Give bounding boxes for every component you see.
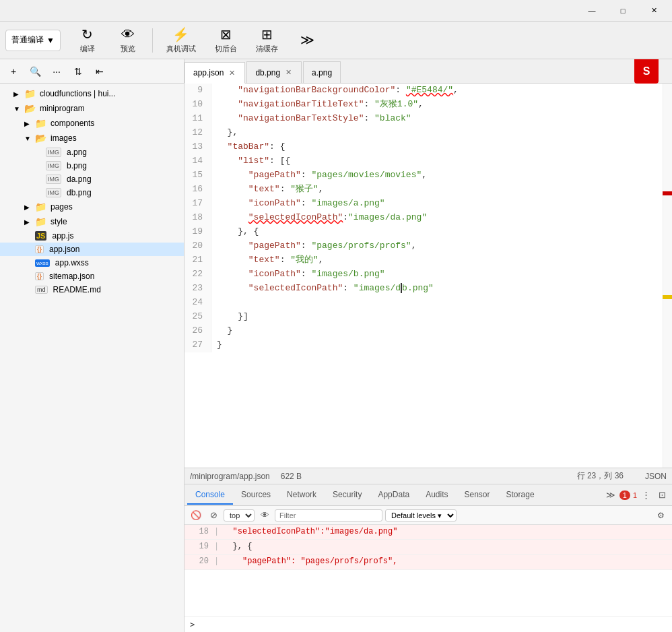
detach-button[interactable]: ⊡ — [654, 488, 669, 503]
compile-select[interactable]: 普通编译 ▼ — [5, 30, 61, 51]
tab-a-png[interactable]: a.png — [303, 61, 341, 83]
folder-icon: 📁 — [35, 216, 46, 227]
tab-app-json[interactable]: app.json ✕ — [184, 62, 245, 84]
add-file-button[interactable]: + — [5, 63, 22, 80]
compile-arrow: ▼ — [46, 36, 55, 45]
language-mode: JSON — [645, 472, 667, 481]
sidebar-item-app-wxss[interactable]: ▶ wxss app.wxss — [0, 256, 184, 270]
clear-console-button[interactable]: 🚫 — [189, 508, 203, 523]
refresh-button[interactable]: ↻ 编译 — [69, 24, 106, 57]
warning-position-marker — [663, 295, 672, 299]
file-tree: ▶ 📁 cloudfunctions | hui... ▼ 📂 miniprog… — [0, 84, 184, 632]
sidebar-item-cloudfunctions[interactable]: ▶ 📁 cloudfunctions | hui... — [0, 86, 184, 101]
eye-icon: 👁 — [121, 27, 135, 42]
search-button[interactable]: 🔍 — [27, 63, 43, 80]
filter-input[interactable] — [275, 509, 382, 522]
levels-select[interactable]: Default levels ▾ — [385, 509, 457, 522]
devtools-tab-appdata[interactable]: AppData — [370, 486, 417, 505]
sidebar-item-b-png[interactable]: ▶ IMG b.png — [0, 159, 184, 172]
devtools-tab-sensor[interactable]: Sensor — [457, 486, 498, 505]
status-bar: /miniprogram/app.json 622 B 行 23，列 36 JS… — [184, 468, 672, 484]
title-bar: — □ ✕ — [0, 0, 672, 22]
code-line: 20 "pagePath": "pages/profs/profs", — [184, 239, 672, 253]
sidebar-item-label: app.wxss — [55, 258, 89, 267]
sidebar-item-label: a.png — [67, 148, 87, 157]
editor-with-scroll: 9 "navigationBarBackgroundColor": "#E548… — [184, 84, 672, 468]
remote-debug-button[interactable]: ⚡ 真机调试 — [158, 24, 204, 57]
clear-label: 清缓存 — [256, 44, 278, 54]
sidebar-item-miniprogram[interactable]: ▼ 📂 miniprogram — [0, 101, 184, 116]
code-editor[interactable]: 9 "navigationBarBackgroundColor": "#E548… — [184, 84, 672, 468]
sidebar-item-label: pages — [51, 202, 73, 212]
code-line: 25 }] — [184, 310, 672, 324]
sidebar-item-components[interactable]: ▶ 📁 components — [0, 116, 184, 131]
devtools-right-buttons: ≫ 1 1 ⋮ ⊡ — [603, 488, 669, 503]
preview-button[interactable]: 👁 预览 — [109, 24, 147, 57]
sidebar-item-app-json[interactable]: ▶ {} app.json — [0, 243, 184, 256]
image-file-icon: IMG — [46, 148, 61, 157]
file-size: 622 B — [281, 472, 302, 481]
sidebar-item-app-js[interactable]: ▶ JS app.js — [0, 229, 184, 243]
scroll-minimap — [663, 84, 672, 468]
block-button[interactable]: ⊘ — [206, 508, 221, 523]
code-line: 10 "navigationBarTitleText": "灰猴1.0", — [184, 98, 672, 112]
devtools-tab-network[interactable]: Network — [279, 486, 325, 505]
folder-icon: 📂 — [24, 103, 36, 114]
cut-button[interactable]: ⊠ 切后台 — [207, 24, 245, 57]
sort-button[interactable]: ⇅ — [70, 63, 86, 80]
minimize-button[interactable]: — — [576, 0, 607, 22]
inspect-button[interactable]: 👁 — [257, 508, 272, 523]
console-prompt: > — [190, 620, 195, 629]
devtools-tab-sources[interactable]: Sources — [233, 486, 279, 505]
json-file-icon: {} — [35, 272, 44, 280]
code-line: 23 "selectedIconPath": "images/db.png" — [184, 282, 672, 296]
context-select[interactable]: top — [224, 509, 255, 522]
clear-cache-button[interactable]: ⊞ 清缓存 — [248, 24, 286, 57]
sidebar-item-pages[interactable]: ▶ 📁 pages — [0, 199, 184, 214]
console-input-area: > — [184, 616, 672, 632]
devtools-tab-storage[interactable]: Storage — [498, 486, 543, 505]
maximize-button[interactable]: □ — [607, 0, 638, 22]
cut-label: 切后台 — [215, 44, 237, 54]
tab-label: app.json — [193, 68, 224, 77]
md-file-icon: md — [35, 286, 48, 294]
cut-icon: ⊠ — [220, 26, 232, 42]
tree-arrow-icon: ▶ — [24, 203, 32, 211]
devtools-tab-console[interactable]: Console — [187, 486, 233, 505]
code-line: 18 "selectedIconPath":"images/da.png" — [184, 211, 672, 225]
error-position-marker — [663, 191, 672, 195]
sidebar-item-images[interactable]: ▼ 📂 images — [0, 131, 184, 146]
more-icon: ≫ — [300, 32, 314, 48]
sidebar-item-label: README.md — [53, 285, 101, 294]
sidebar-item-sitemap-json[interactable]: ▶ {} sitemap.json — [0, 270, 184, 283]
more-options-button[interactable]: ··· — [48, 63, 65, 80]
tree-arrow-icon: ▶ — [24, 218, 32, 226]
devtools-tab-security[interactable]: Security — [325, 486, 370, 505]
sidebar-item-style[interactable]: ▶ 📁 style — [0, 214, 184, 229]
close-button[interactable]: ✕ — [638, 0, 669, 22]
sidebar-item-label: app.json — [49, 245, 79, 254]
devtools-more-button[interactable]: ⋮ — [638, 488, 653, 503]
tab-close-button[interactable]: ✕ — [284, 68, 293, 77]
sidebar-item-readme-md[interactable]: ▶ md README.md — [0, 283, 184, 296]
remote-icon: ⚡ — [172, 26, 189, 42]
console-error-line: 18 | "selectedIconPath":"images/da.png" — [184, 525, 672, 540]
error-badge: 1 — [619, 491, 630, 500]
sidebar-item-label: style — [51, 217, 67, 226]
code-line: 19 }, { — [184, 225, 672, 239]
devtools-tab-audits[interactable]: Audits — [417, 486, 456, 505]
expand-more-button[interactable]: ≫ — [603, 488, 618, 503]
sidebar-item-db-png[interactable]: ▶ IMG db.png — [0, 186, 184, 199]
code-line: 14 "list": [{ — [184, 154, 672, 168]
tab-db-png[interactable]: db.png ✕ — [246, 61, 302, 83]
sidebar: + 🔍 ··· ⇅ ⇤ ▶ 📁 cloudfunctions | hui... … — [0, 59, 184, 632]
code-line: 22 "iconPath": "images/b.png" — [184, 267, 672, 282]
tab-close-button[interactable]: ✕ — [228, 69, 236, 77]
console-settings-button[interactable]: ⚙ — [653, 508, 668, 523]
sidebar-toolbar: + 🔍 ··· ⇅ ⇤ — [0, 59, 184, 84]
sidebar-item-da-png[interactable]: ▶ IMG da.png — [0, 172, 184, 186]
sidebar-item-a-png[interactable]: ▶ IMG a.png — [0, 146, 184, 159]
code-line: 26 } — [184, 324, 672, 338]
more-toolbar-button[interactable]: ≫ — [289, 29, 327, 52]
collapse-button[interactable]: ⇤ — [92, 63, 108, 80]
